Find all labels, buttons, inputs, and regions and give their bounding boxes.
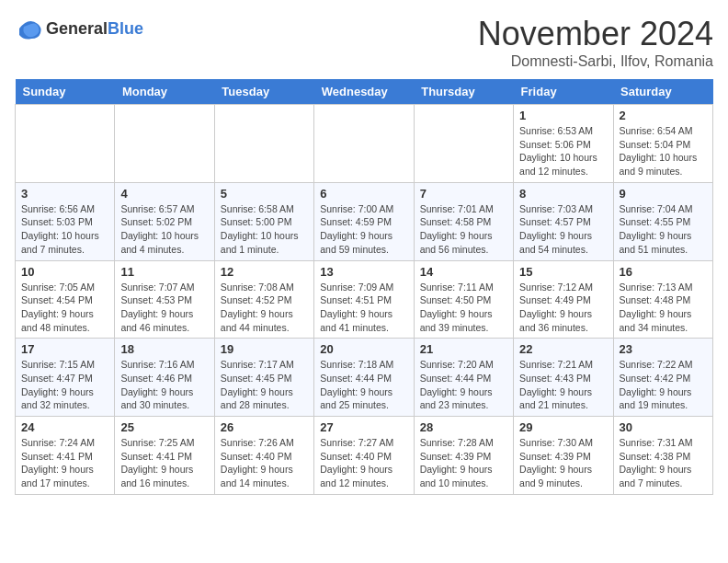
day-number: 7 (420, 187, 507, 201)
day-info: Sunrise: 7:08 AM Sunset: 4:52 PM Dayligh… (221, 281, 308, 335)
calendar-cell: 5Sunrise: 6:58 AM Sunset: 5:00 PM Daylig… (214, 182, 313, 260)
logo-icon (15, 15, 42, 42)
calendar-week-row: 17Sunrise: 7:15 AM Sunset: 4:47 PM Dayli… (16, 339, 713, 417)
day-info: Sunrise: 7:09 AM Sunset: 4:51 PM Dayligh… (320, 281, 407, 335)
day-info: Sunrise: 7:11 AM Sunset: 4:50 PM Dayligh… (420, 281, 507, 335)
day-number: 4 (120, 187, 208, 201)
calendar-week-row: 3Sunrise: 6:56 AM Sunset: 5:03 PM Daylig… (16, 182, 713, 260)
calendar-cell: 30Sunrise: 7:31 AM Sunset: 4:38 PM Dayli… (613, 417, 712, 495)
day-info: Sunrise: 7:31 AM Sunset: 4:38 PM Dayligh… (620, 436, 707, 490)
calendar-cell: 26Sunrise: 7:26 AM Sunset: 4:40 PM Dayli… (214, 417, 313, 495)
day-number: 16 (620, 265, 707, 279)
calendar-cell: 17Sunrise: 7:15 AM Sunset: 4:47 PM Dayli… (16, 339, 115, 417)
calendar-cell: 16Sunrise: 7:13 AM Sunset: 4:48 PM Dayli… (613, 260, 712, 339)
calendar-week-row: 24Sunrise: 7:24 AM Sunset: 4:41 PM Dayli… (16, 417, 713, 495)
day-info: Sunrise: 7:18 AM Sunset: 4:44 PM Dayligh… (320, 358, 407, 412)
calendar-cell: 14Sunrise: 7:11 AM Sunset: 4:50 PM Dayli… (414, 260, 513, 339)
calendar-cell: 9Sunrise: 7:04 AM Sunset: 4:55 PM Daylig… (613, 182, 712, 260)
day-info: Sunrise: 7:15 AM Sunset: 4:47 PM Dayligh… (21, 358, 108, 412)
day-info: Sunrise: 7:12 AM Sunset: 4:49 PM Dayligh… (519, 281, 607, 335)
calendar-cell: 28Sunrise: 7:28 AM Sunset: 4:39 PM Dayli… (414, 417, 513, 495)
calendar-week-row: 10Sunrise: 7:05 AM Sunset: 4:54 PM Dayli… (16, 260, 713, 339)
day-number: 27 (320, 420, 407, 434)
calendar-cell (414, 105, 513, 183)
page-header: GeneralBlue November 2024 Domnesti-Sarbi… (15, 15, 713, 70)
day-info: Sunrise: 7:01 AM Sunset: 4:58 PM Dayligh… (420, 202, 507, 257)
calendar-table: SundayMondayTuesdayWednesdayThursdayFrid… (15, 79, 713, 495)
calendar-cell: 27Sunrise: 7:27 AM Sunset: 4:40 PM Dayli… (314, 417, 414, 495)
day-info: Sunrise: 7:05 AM Sunset: 4:54 PM Dayligh… (21, 281, 108, 335)
day-number: 30 (620, 420, 707, 434)
day-header-thursday: Thursday (414, 79, 513, 105)
calendar-cell: 19Sunrise: 7:17 AM Sunset: 4:45 PM Dayli… (214, 339, 313, 417)
logo: GeneralBlue (15, 15, 143, 42)
day-number: 20 (320, 342, 407, 356)
title-area: November 2024 Domnesti-Sarbi, Ilfov, Rom… (478, 15, 713, 70)
calendar-cell: 6Sunrise: 7:00 AM Sunset: 4:59 PM Daylig… (314, 182, 414, 260)
day-number: 2 (620, 109, 707, 122)
day-info: Sunrise: 6:56 AM Sunset: 5:03 PM Dayligh… (21, 202, 108, 257)
day-number: 19 (221, 342, 308, 356)
day-number: 10 (21, 265, 108, 279)
day-number: 6 (320, 187, 407, 201)
day-number: 5 (221, 187, 308, 201)
day-number: 29 (519, 420, 607, 434)
day-info: Sunrise: 7:17 AM Sunset: 4:45 PM Dayligh… (221, 358, 308, 412)
calendar-cell: 22Sunrise: 7:21 AM Sunset: 4:43 PM Dayli… (514, 339, 613, 417)
day-header-monday: Monday (115, 79, 214, 105)
calendar-cell (214, 105, 313, 183)
day-number: 1 (519, 109, 607, 122)
day-info: Sunrise: 7:27 AM Sunset: 4:40 PM Dayligh… (320, 436, 407, 490)
day-info: Sunrise: 7:00 AM Sunset: 4:59 PM Dayligh… (320, 202, 407, 257)
day-info: Sunrise: 7:30 AM Sunset: 4:39 PM Dayligh… (519, 436, 607, 490)
calendar-cell: 23Sunrise: 7:22 AM Sunset: 4:42 PM Dayli… (613, 339, 712, 417)
calendar-cell: 25Sunrise: 7:25 AM Sunset: 4:41 PM Dayli… (115, 417, 214, 495)
calendar-cell: 3Sunrise: 6:56 AM Sunset: 5:03 PM Daylig… (16, 182, 115, 260)
calendar-cell: 1Sunrise: 6:53 AM Sunset: 5:06 PM Daylig… (514, 105, 613, 183)
day-info: Sunrise: 7:22 AM Sunset: 4:42 PM Dayligh… (620, 358, 707, 412)
day-number: 14 (420, 265, 507, 279)
day-header-saturday: Saturday (613, 79, 712, 105)
day-number: 17 (21, 342, 108, 356)
logo-text: GeneralBlue (46, 19, 143, 39)
calendar-cell (115, 105, 214, 183)
day-info: Sunrise: 7:21 AM Sunset: 4:43 PM Dayligh… (519, 358, 607, 412)
day-number: 24 (21, 420, 108, 434)
day-info: Sunrise: 6:57 AM Sunset: 5:02 PM Dayligh… (120, 202, 208, 257)
day-info: Sunrise: 7:04 AM Sunset: 4:55 PM Dayligh… (620, 202, 707, 257)
calendar-cell: 2Sunrise: 6:54 AM Sunset: 5:04 PM Daylig… (613, 105, 712, 183)
calendar-cell: 4Sunrise: 6:57 AM Sunset: 5:02 PM Daylig… (115, 182, 214, 260)
day-info: Sunrise: 6:53 AM Sunset: 5:06 PM Dayligh… (519, 124, 607, 178)
day-info: Sunrise: 6:54 AM Sunset: 5:04 PM Dayligh… (620, 124, 707, 178)
calendar-cell: 7Sunrise: 7:01 AM Sunset: 4:58 PM Daylig… (414, 182, 513, 260)
day-info: Sunrise: 7:25 AM Sunset: 4:41 PM Dayligh… (120, 436, 208, 490)
day-info: Sunrise: 7:24 AM Sunset: 4:41 PM Dayligh… (21, 436, 108, 490)
calendar-cell: 21Sunrise: 7:20 AM Sunset: 4:44 PM Dayli… (414, 339, 513, 417)
day-number: 11 (120, 265, 208, 279)
day-number: 26 (221, 420, 308, 434)
day-number: 9 (620, 187, 707, 201)
calendar-cell: 10Sunrise: 7:05 AM Sunset: 4:54 PM Dayli… (16, 260, 115, 339)
day-info: Sunrise: 7:13 AM Sunset: 4:48 PM Dayligh… (620, 281, 707, 335)
day-number: 21 (420, 342, 507, 356)
calendar-cell: 11Sunrise: 7:07 AM Sunset: 4:53 PM Dayli… (115, 260, 214, 339)
calendar-cell: 12Sunrise: 7:08 AM Sunset: 4:52 PM Dayli… (214, 260, 313, 339)
day-number: 8 (519, 187, 607, 201)
day-number: 25 (120, 420, 208, 434)
day-info: Sunrise: 6:58 AM Sunset: 5:00 PM Dayligh… (221, 202, 308, 257)
month-title: November 2024 (478, 15, 713, 53)
day-number: 18 (120, 342, 208, 356)
day-header-tuesday: Tuesday (214, 79, 313, 105)
day-info: Sunrise: 7:07 AM Sunset: 4:53 PM Dayligh… (120, 281, 208, 335)
calendar-cell: 20Sunrise: 7:18 AM Sunset: 4:44 PM Dayli… (314, 339, 414, 417)
day-number: 28 (420, 420, 507, 434)
calendar-week-row: 1Sunrise: 6:53 AM Sunset: 5:06 PM Daylig… (16, 105, 713, 183)
day-number: 22 (519, 342, 607, 356)
calendar-header-row: SundayMondayTuesdayWednesdayThursdayFrid… (16, 79, 713, 105)
day-number: 3 (21, 187, 108, 201)
day-header-friday: Friday (514, 79, 613, 105)
location-title: Domnesti-Sarbi, Ilfov, Romania (478, 53, 713, 70)
calendar-cell: 18Sunrise: 7:16 AM Sunset: 4:46 PM Dayli… (115, 339, 214, 417)
calendar-cell: 24Sunrise: 7:24 AM Sunset: 4:41 PM Dayli… (16, 417, 115, 495)
calendar-cell: 29Sunrise: 7:30 AM Sunset: 4:39 PM Dayli… (514, 417, 613, 495)
